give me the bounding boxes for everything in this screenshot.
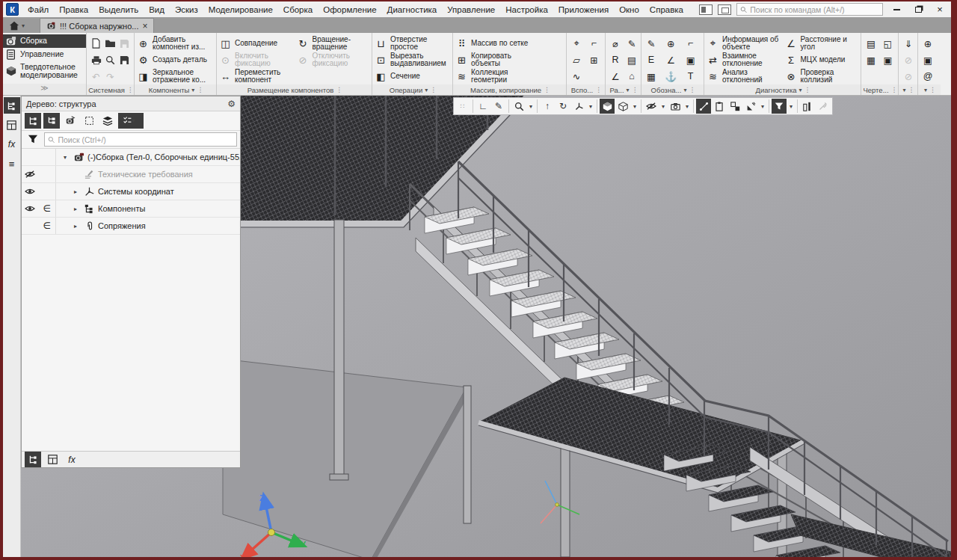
variables-tab-icon[interactable]: fx <box>64 452 80 467</box>
rotate-view-icon[interactable]: ↻ <box>556 99 570 114</box>
parameters-panel-icon[interactable] <box>4 117 20 133</box>
image-quality-icon[interactable] <box>668 99 683 114</box>
variables-panel-icon[interactable]: fx <box>4 136 20 153</box>
disabled-tool-icon[interactable]: ⊘ <box>901 52 916 68</box>
table-mark-icon[interactable]: ▣ <box>683 52 698 68</box>
tree-row-mates[interactable]: ∈ ▸ Сопряжения <box>22 218 240 235</box>
tree-rebuild-icon[interactable] <box>62 113 79 129</box>
add-frame-icon[interactable]: ▣ <box>920 52 935 68</box>
base-mark-icon[interactable]: ⌐ <box>683 35 698 52</box>
expand-closed-icon[interactable]: ▸ <box>74 223 81 230</box>
menu-applications[interactable]: Приложения <box>558 5 609 14</box>
menu-window[interactable]: Окно <box>619 5 639 14</box>
category-management[interactable]: Управление <box>3 48 86 61</box>
new-document-icon[interactable] <box>89 35 103 52</box>
export-model-icon[interactable]: ⇓ <box>901 35 916 52</box>
shading-wireframe-icon[interactable] <box>615 99 630 114</box>
screenshot-icon[interactable] <box>718 4 731 15</box>
aux-spline-icon[interactable]: ∿ <box>569 68 584 84</box>
panel-menu-icon[interactable]: ≡ <box>4 156 20 172</box>
simple-hole-button[interactable]: ⊔Отверстие простое <box>375 35 450 52</box>
deviation-analysis-button[interactable]: ≋Анализ отклонений <box>707 68 781 84</box>
home-button[interactable]: ▾ <box>7 21 34 33</box>
dimension-home-icon[interactable]: ⌂ <box>624 68 639 84</box>
menu-settings[interactable]: Настройка <box>505 5 548 14</box>
group-pin-icon[interactable]: ⋮ <box>632 86 637 93</box>
dimension-frame-icon[interactable]: ▤ <box>624 52 639 68</box>
disabled-tool-icon[interactable]: ⊘ <box>901 68 916 84</box>
radial-dimension-icon[interactable]: R <box>608 52 623 68</box>
shading-solid-icon[interactable] <box>600 99 615 114</box>
menu-assembly[interactable]: Сборка <box>283 5 313 14</box>
filter-icon[interactable] <box>772 99 787 114</box>
tree-filter-list-icon[interactable]: ▾ <box>118 113 144 129</box>
menu-sketch[interactable]: Эскиз <box>175 5 198 14</box>
add-link-icon[interactable]: @ <box>920 68 935 84</box>
section-view-icon[interactable] <box>800 99 815 114</box>
copy-objects-button[interactable]: ⊞Копировать объекты <box>455 52 564 68</box>
datum-icon[interactable]: E <box>644 52 659 68</box>
clipboard-view-icon[interactable] <box>712 99 727 114</box>
tree-structure-view-icon[interactable] <box>25 113 41 129</box>
mutual-deviation-button[interactable]: ⇄Взаимное отклонение <box>707 52 781 68</box>
expand-open-icon[interactable]: ▾ <box>64 154 70 161</box>
hide-caret-icon[interactable]: ▾ <box>659 99 667 114</box>
tree-order-view-icon[interactable] <box>43 113 60 129</box>
distance-angle-button[interactable]: ∠Расстояние и угол <box>785 35 859 52</box>
corner-light-caret-icon[interactable]: ▾ <box>759 99 766 114</box>
tree-tab-icon[interactable] <box>25 452 41 467</box>
restore-button[interactable] <box>910 4 926 16</box>
eye-off-icon[interactable] <box>22 170 39 179</box>
eyedropper-icon[interactable] <box>816 99 831 114</box>
add-component-button[interactable]: ⊕Добавить компонент из... <box>137 35 214 52</box>
element-of-icon[interactable]: ∈ <box>39 203 56 214</box>
close-button[interactable]: × <box>932 4 948 16</box>
disable-fixation-button[interactable]: ⊘Отключить фиксацию <box>297 52 370 68</box>
toolbar-grip-icon[interactable]: ∷ <box>455 99 470 114</box>
orientation-icon[interactable] <box>571 99 586 114</box>
group-pin-icon[interactable]: ⋮ <box>430 86 435 93</box>
minimize-button[interactable] <box>888 4 905 16</box>
expand-closed-icon[interactable]: ▸ <box>74 188 81 195</box>
group-pin-icon[interactable]: ⋮ <box>689 86 694 93</box>
image-quality-caret-icon[interactable]: ▾ <box>683 99 691 114</box>
section-button[interactable]: ◧Сечение <box>375 68 450 84</box>
cut-extrude-button[interactable]: ⊡Вырезать выдавливанием <box>375 52 450 68</box>
angular-dimension-icon[interactable]: ∠ <box>608 68 623 84</box>
group-pin-icon[interactable]: ⋮ <box>544 86 549 93</box>
command-search-input[interactable] <box>750 5 879 14</box>
linear-dimension-icon[interactable]: ⌀ <box>608 35 623 52</box>
group-pin-icon[interactable]: ⋮ <box>929 86 935 93</box>
tolerance-icon[interactable]: ∠ <box>663 52 678 68</box>
menu-edit[interactable]: Правка <box>59 5 88 14</box>
aux-axis-icon[interactable]: ⌐ <box>587 35 602 52</box>
group-caret-icon[interactable]: ▾ <box>902 87 905 93</box>
expand-closed-icon[interactable]: ▸ <box>74 206 81 212</box>
menu-modeling[interactable]: Моделирование <box>209 5 273 14</box>
orientation-caret-icon[interactable]: ▾ <box>587 99 594 114</box>
object-info-button[interactable]: ⌖Информация об объекте <box>707 35 781 52</box>
hide-objects-icon[interactable] <box>644 99 659 114</box>
tree-row-coordinate-systems[interactable]: ▸ Системы координат <box>22 183 240 200</box>
menu-diagnostics[interactable]: Диагностика <box>387 5 437 14</box>
tree-row-assembly[interactable]: ▾ (-)Сборка (Тел-0, Сборочных единиц-55,… <box>22 149 240 166</box>
eye-icon[interactable] <box>22 204 39 213</box>
tree-search-input[interactable] <box>58 135 233 144</box>
aux-plane-icon[interactable]: ▱ <box>569 52 584 68</box>
group-pin-icon[interactable]: ⋮ <box>891 86 896 93</box>
group-caret-icon[interactable]: ▾ <box>191 87 194 93</box>
create-part-button[interactable]: ⚙Создать деталь <box>137 52 214 68</box>
parameters-tab-icon[interactable] <box>44 452 61 467</box>
group-caret-icon[interactable]: ▾ <box>425 87 428 93</box>
window-layout-icon[interactable] <box>699 4 713 15</box>
undo-icon[interactable]: ↶ <box>89 68 103 84</box>
rotation-rotation-button[interactable]: ↻Вращение-вращение <box>297 35 370 52</box>
grid-pattern-button[interactable]: ⠿Массив по сетке <box>455 35 564 52</box>
move-component-button[interactable]: ↔Переместить компонент <box>219 68 292 84</box>
group-pin-icon[interactable]: ⋮ <box>127 86 132 93</box>
menu-layout[interactable]: Оформление <box>323 5 376 14</box>
drawing-view-icon[interactable]: ▤ <box>864 35 878 52</box>
leader-icon[interactable]: ✎ <box>644 35 659 52</box>
drawing-fragment-icon[interactable]: ◱ <box>881 35 896 52</box>
group-caret-icon[interactable]: ▾ <box>799 87 802 93</box>
